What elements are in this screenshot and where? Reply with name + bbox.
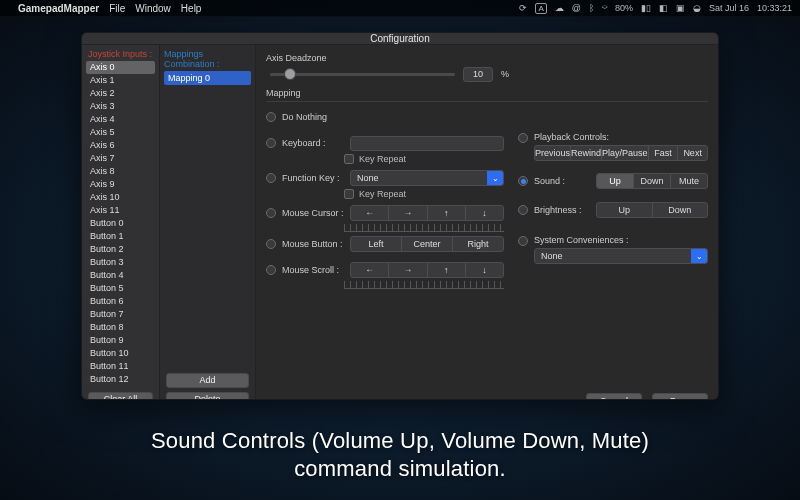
menu-window[interactable]: Window xyxy=(135,3,171,14)
segment-option[interactable]: Next xyxy=(678,146,707,160)
option-function-key[interactable]: Function Key : None ⌄ xyxy=(266,169,504,187)
joystick-item[interactable]: Button 9 xyxy=(86,334,155,347)
joystick-inputs-list[interactable]: Axis 0Axis 1Axis 2Axis 3Axis 4Axis 5Axis… xyxy=(82,61,159,386)
deadzone-slider-knob[interactable] xyxy=(284,68,296,80)
radio-playback[interactable] xyxy=(518,133,528,143)
siri-icon[interactable]: ◒ xyxy=(693,3,701,13)
option-keyboard[interactable]: Keyboard : xyxy=(266,134,504,152)
keyboard-key-repeat-checkbox[interactable] xyxy=(344,154,354,164)
function-key-repeat-checkbox[interactable] xyxy=(344,189,354,199)
segment-option[interactable]: ↓ xyxy=(466,263,503,277)
brightness-segments[interactable]: UpDown xyxy=(596,202,708,218)
control-center-icon[interactable]: ◧ xyxy=(659,3,668,13)
cloud-icon[interactable]: ☁ xyxy=(555,3,564,13)
segment-option[interactable]: Center xyxy=(402,237,453,251)
joystick-item[interactable]: Axis 11 xyxy=(86,204,155,217)
radio-mouse-button[interactable] xyxy=(266,239,276,249)
option-brightness[interactable]: Brightness : UpDown xyxy=(518,201,708,219)
joystick-item[interactable]: Axis 9 xyxy=(86,178,155,191)
segment-option[interactable]: Rewind xyxy=(571,146,602,160)
deadzone-slider[interactable] xyxy=(270,73,455,76)
segment-option[interactable]: Down xyxy=(653,203,708,217)
menubar-date[interactable]: Sat Jul 16 xyxy=(709,3,749,13)
option-sound[interactable]: Sound : UpDownMute xyxy=(518,172,708,190)
history-icon[interactable]: ⟳ xyxy=(519,3,527,13)
joystick-item[interactable]: Axis 6 xyxy=(86,139,155,152)
mouse-button-segments[interactable]: LeftCenterRight xyxy=(350,236,504,252)
segment-option[interactable]: Left xyxy=(351,237,402,251)
segment-option[interactable]: ↓ xyxy=(466,206,503,220)
menubar-time[interactable]: 10:33:21 xyxy=(757,3,792,13)
menu-app-name[interactable]: GamepadMapper xyxy=(18,3,99,14)
delete-mapping-button[interactable]: Delete xyxy=(166,392,249,400)
joystick-item[interactable]: Button 6 xyxy=(86,295,155,308)
joystick-item[interactable]: Button 0 xyxy=(86,217,155,230)
radio-function-key[interactable] xyxy=(266,173,276,183)
joystick-item[interactable]: Axis 8 xyxy=(86,165,155,178)
segment-option[interactable]: Play/Pause xyxy=(602,146,649,160)
segment-option[interactable]: → xyxy=(389,263,427,277)
option-mouse-cursor[interactable]: Mouse Cursor : ←→↑↓ xyxy=(266,204,504,222)
joystick-item[interactable]: Button 5 xyxy=(86,282,155,295)
input-source-icon[interactable]: A xyxy=(535,3,546,14)
segment-option[interactable]: Up xyxy=(597,203,653,217)
segment-option[interactable]: Right xyxy=(453,237,503,251)
playback-segments[interactable]: PreviousRewindPlay/PauseFastNext xyxy=(534,145,708,161)
radio-do-nothing[interactable] xyxy=(266,112,276,122)
bluetooth-icon[interactable]: ᛒ xyxy=(589,3,594,13)
joystick-item[interactable]: Button 2 xyxy=(86,243,155,256)
segment-option[interactable]: Previous xyxy=(535,146,571,160)
mappings-list[interactable]: Mapping 0 xyxy=(160,71,255,369)
keyboard-input[interactable] xyxy=(350,136,504,151)
joystick-item[interactable]: Button 3 xyxy=(86,256,155,269)
segment-option[interactable]: ← xyxy=(351,263,389,277)
option-playback[interactable]: Playback Controls: PreviousRewindPlay/Pa… xyxy=(518,132,708,161)
joystick-item[interactable]: Button 12 xyxy=(86,373,155,386)
mouse-scroll-speed-slider[interactable] xyxy=(344,281,504,289)
segment-option[interactable]: Mute xyxy=(671,174,707,188)
menu-file[interactable]: File xyxy=(109,3,125,14)
joystick-item[interactable]: Axis 0 xyxy=(86,61,155,74)
function-key-repeat-row[interactable]: Key Repeat xyxy=(344,187,504,201)
segment-option[interactable]: ← xyxy=(351,206,389,220)
option-mouse-scroll[interactable]: Mouse Scroll : ←→↑↓ xyxy=(266,261,504,279)
segment-option[interactable]: Up xyxy=(597,174,634,188)
battery-icon[interactable]: ▮▯ xyxy=(641,3,651,13)
sound-segments[interactable]: UpDownMute xyxy=(596,173,708,189)
mapping-item[interactable]: Mapping 0 xyxy=(164,71,251,85)
radio-mouse-cursor[interactable] xyxy=(266,208,276,218)
option-conveniences[interactable]: System Conveniences : None ⌄ xyxy=(518,235,708,264)
window-titlebar[interactable]: Configuration xyxy=(82,33,718,45)
joystick-item[interactable]: Axis 10 xyxy=(86,191,155,204)
joystick-item[interactable]: Axis 5 xyxy=(86,126,155,139)
deadzone-value-field[interactable]: 10 xyxy=(463,67,493,82)
joystick-item[interactable]: Axis 2 xyxy=(86,87,155,100)
joystick-item[interactable]: Axis 3 xyxy=(86,100,155,113)
segment-option[interactable]: ↑ xyxy=(428,206,466,220)
radio-sound[interactable] xyxy=(518,176,528,186)
joystick-item[interactable]: Button 4 xyxy=(86,269,155,282)
option-mouse-button[interactable]: Mouse Button : LeftCenterRight xyxy=(266,235,504,253)
add-mapping-button[interactable]: Add xyxy=(166,373,249,388)
save-button[interactable]: Save xyxy=(652,393,708,400)
at-icon[interactable]: @ xyxy=(572,3,581,13)
mouse-cursor-segments[interactable]: ←→↑↓ xyxy=(350,205,504,221)
joystick-item[interactable]: Button 8 xyxy=(86,321,155,334)
joystick-item[interactable]: Button 7 xyxy=(86,308,155,321)
keyboard-key-repeat-row[interactable]: Key Repeat xyxy=(344,152,504,166)
segment-option[interactable]: → xyxy=(389,206,427,220)
joystick-item[interactable]: Button 11 xyxy=(86,360,155,373)
joystick-item[interactable]: Axis 7 xyxy=(86,152,155,165)
option-do-nothing[interactable]: Do Nothing xyxy=(266,108,504,126)
radio-conveniences[interactable] xyxy=(518,236,528,246)
wifi-icon[interactable]: ⌔ xyxy=(602,3,607,13)
clear-all-button[interactable]: Clear All xyxy=(88,392,153,400)
menu-help[interactable]: Help xyxy=(181,3,202,14)
segment-option[interactable]: Down xyxy=(634,174,671,188)
mouse-cursor-speed-slider[interactable] xyxy=(344,224,504,232)
joystick-item[interactable]: Axis 1 xyxy=(86,74,155,87)
joystick-item[interactable]: Button 1 xyxy=(86,230,155,243)
joystick-item[interactable]: Button 10 xyxy=(86,347,155,360)
conveniences-select[interactable]: None ⌄ xyxy=(534,248,708,264)
mouse-scroll-segments[interactable]: ←→↑↓ xyxy=(350,262,504,278)
